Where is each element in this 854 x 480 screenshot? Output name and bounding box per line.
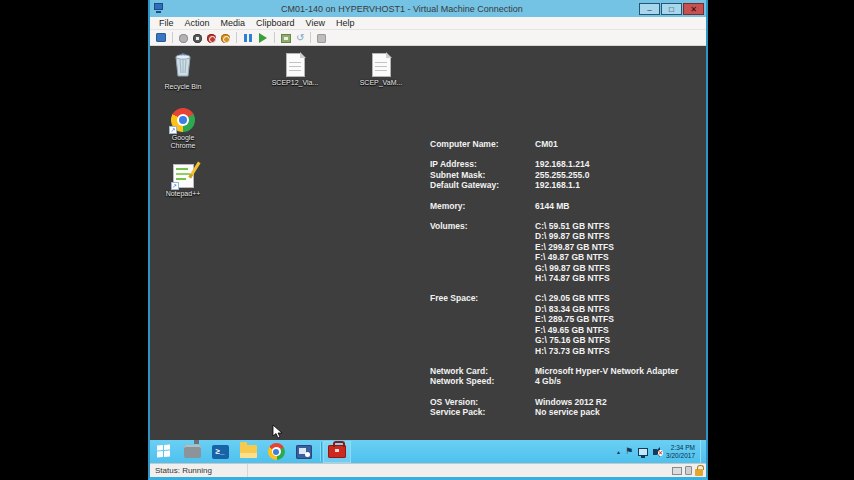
toolbar-separator: [310, 32, 311, 43]
bginfo-label: [430, 335, 535, 345]
start-icon[interactable]: [258, 33, 268, 43]
bginfo-value: F:\ 49.87 GB NTFS: [535, 252, 609, 262]
shortcut-arrow-icon: ↗: [169, 126, 177, 134]
bginfo-value: 4 Gb/s: [535, 376, 561, 386]
titlebar[interactable]: CM01-140 on HYPERVHOST1 - Virtual Machin…: [150, 0, 706, 17]
bginfo-value: 192.168.1.1: [535, 180, 580, 190]
action-center-flag-icon[interactable]: ⚑: [625, 447, 633, 456]
toolbox-icon: [328, 445, 346, 458]
menu-action[interactable]: Action: [185, 18, 210, 28]
chrome-icon: ↗: [171, 108, 195, 132]
shut-down-icon[interactable]: [193, 34, 202, 43]
volume-muted-icon[interactable]: [653, 449, 657, 455]
bginfo-label: Computer Name:: [430, 139, 535, 149]
bginfo-label: [430, 252, 535, 262]
desktop-icon-google-chrome[interactable]: ↗ Google Chrome: [154, 108, 212, 150]
taskbar-server-manager[interactable]: [178, 440, 206, 463]
vmconnect-app-icon: [154, 3, 165, 14]
powershell-icon: ≥_: [212, 445, 229, 459]
bginfo-value: 6144 MB: [535, 201, 570, 211]
toolbar-separator: [172, 32, 173, 43]
windows-logo-icon: [157, 445, 171, 459]
bginfo-value: G:\ 99.87 GB NTFS: [535, 263, 610, 273]
menu-view[interactable]: View: [306, 18, 325, 28]
desktop-icon-recycle-bin[interactable]: Recycle Bin: [154, 52, 212, 91]
taskbar-powershell[interactable]: ≥_: [206, 440, 234, 463]
bginfo-value: C:\ 29.05 GB NTFS: [535, 293, 610, 303]
bginfo-value: G:\ 75.16 GB NTFS: [535, 335, 610, 345]
show-hidden-icons-caret[interactable]: ▴: [617, 448, 620, 455]
bginfo-value: H:\ 74.87 GB NTFS: [535, 273, 610, 283]
menu-help[interactable]: Help: [336, 18, 355, 28]
maximize-button[interactable]: □: [661, 3, 682, 15]
menu-file[interactable]: File: [159, 18, 174, 28]
revert-icon[interactable]: ↺: [296, 33, 304, 43]
bginfo-label: [430, 325, 535, 335]
bginfo-label: [430, 231, 535, 241]
bginfo-label: [430, 273, 535, 283]
turn-off-icon[interactable]: [207, 34, 216, 43]
menu-clipboard[interactable]: Clipboard: [256, 18, 295, 28]
taskbar-file-explorer[interactable]: [234, 440, 262, 463]
taskbar-clock[interactable]: 2:34 PM 3/20/2017: [666, 444, 695, 459]
vm-screen[interactable]: Recycle Bin ↗ Google Chrome ↗ Notepad++ …: [150, 46, 706, 463]
bginfo-value: 255.255.255.0: [535, 170, 589, 180]
bginfo-label: OS Version:: [430, 397, 535, 407]
desktop-icon-label: Recycle Bin: [165, 83, 202, 91]
bginfo-label: Service Pack:: [430, 407, 535, 417]
bginfo-label: [430, 263, 535, 273]
statusbar: Status: Running: [150, 463, 706, 477]
system-tray: ▴ ⚑ 2:34 PM 3/20/2017: [617, 440, 706, 463]
desktop-icon-label: Google Chrome: [161, 134, 205, 150]
toolbar-separator: [236, 32, 237, 43]
desktop-icon-scep-doc[interactable]: SCEP_VaM...: [352, 53, 410, 87]
save-state-icon[interactable]: [221, 34, 230, 43]
checkpoint-icon[interactable]: [281, 34, 291, 43]
desktop-icon-label: Notepad++: [166, 190, 201, 198]
bginfo-label: Default Gateway:: [430, 180, 535, 190]
clock-date: 3/20/2017: [666, 452, 695, 460]
bginfo-value: D:\ 99.87 GB NTFS: [535, 231, 610, 241]
turn-off-disabled-icon[interactable]: [179, 34, 188, 43]
taskbar-configmgr-console[interactable]: [290, 440, 318, 463]
configmgr-console-icon: [296, 445, 312, 459]
display-status-icon: [672, 467, 682, 475]
lock-security-icon: [695, 469, 703, 476]
bginfo-value: No service pack: [535, 407, 600, 417]
bginfo-label: Network Card:: [430, 366, 535, 376]
bginfo-value: C:\ 59.51 GB NTFS: [535, 221, 610, 231]
mouse-cursor: [272, 424, 283, 440]
bginfo-label: [430, 346, 535, 356]
bginfo-value: F:\ 49.65 GB NTFS: [535, 325, 609, 335]
start-button[interactable]: [150, 440, 178, 463]
bginfo-value: E:\ 299.87 GB NTFS: [535, 242, 614, 252]
clock-time: 2:34 PM: [666, 444, 695, 452]
file-explorer-icon: [240, 445, 257, 458]
bginfo-label: Memory:: [430, 201, 535, 211]
bginfo-label: Volumes:: [430, 221, 535, 231]
ctrl-alt-del-icon[interactable]: [156, 33, 166, 42]
bginfo-value: CM01: [535, 139, 558, 149]
chrome-icon: [268, 443, 285, 460]
minimize-button[interactable]: –: [639, 3, 660, 15]
menu-media[interactable]: Media: [221, 18, 246, 28]
toolbar-separator: [274, 32, 275, 43]
pause-icon[interactable]: [243, 33, 253, 43]
bginfo-label: [430, 304, 535, 314]
bginfo-value: H:\ 73.73 GB NTFS: [535, 346, 610, 356]
window-title: CM01-140 on HYPERVHOST1 - Virtual Machin…: [165, 4, 639, 14]
taskbar-chrome[interactable]: [262, 440, 290, 463]
bginfo-value: 192.168.1.214: [535, 159, 589, 169]
bginfo-label: Free Space:: [430, 293, 535, 303]
bginfo-label: [430, 242, 535, 252]
bginfo-value: E:\ 289.75 GB NTFS: [535, 314, 614, 324]
desktop-icon-scep12-doc[interactable]: SCEP12_Via...: [266, 53, 324, 87]
close-button[interactable]: ✕: [683, 3, 704, 15]
taskbar-toolbox-running[interactable]: [323, 441, 351, 463]
menubar: File Action Media Clipboard View Help: [150, 17, 706, 30]
network-icon[interactable]: [638, 448, 648, 456]
enhanced-session-icon[interactable]: [317, 34, 326, 43]
toolbar: ↺: [150, 30, 706, 46]
show-desktop-button[interactable]: [700, 440, 704, 463]
desktop-icon-notepadpp[interactable]: ↗ Notepad++: [154, 164, 212, 198]
